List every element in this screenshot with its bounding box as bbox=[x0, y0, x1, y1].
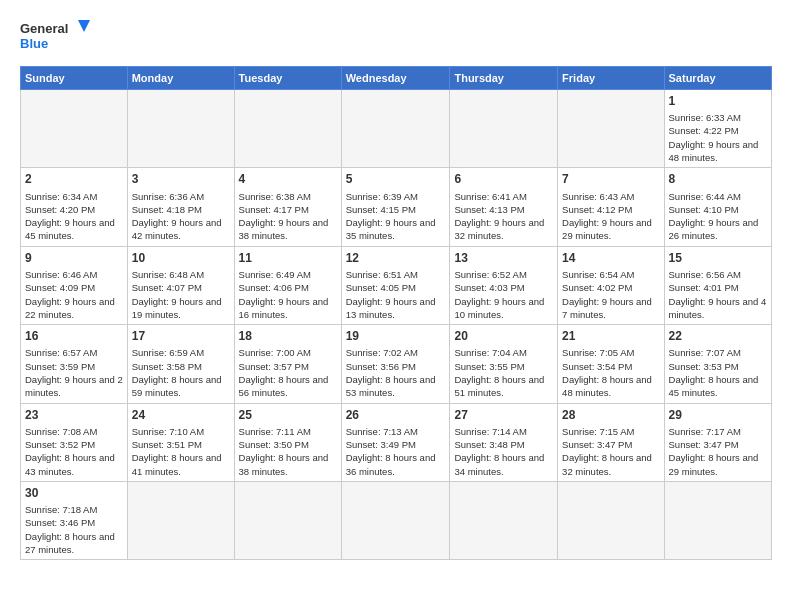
calendar-cell bbox=[341, 481, 450, 559]
calendar-cell: 4Sunrise: 6:38 AM Sunset: 4:17 PM Daylig… bbox=[234, 168, 341, 246]
calendar-cell: 13Sunrise: 6:52 AM Sunset: 4:03 PM Dayli… bbox=[450, 246, 558, 324]
day-number: 7 bbox=[562, 171, 659, 187]
svg-text:General: General bbox=[20, 21, 68, 36]
day-info: Sunrise: 7:08 AM Sunset: 3:52 PM Dayligh… bbox=[25, 425, 123, 478]
calendar-cell bbox=[450, 90, 558, 168]
calendar-cell: 15Sunrise: 6:56 AM Sunset: 4:01 PM Dayli… bbox=[664, 246, 771, 324]
weekday-header-friday: Friday bbox=[558, 67, 664, 90]
calendar-cell bbox=[341, 90, 450, 168]
day-number: 24 bbox=[132, 407, 230, 423]
day-number: 22 bbox=[669, 328, 767, 344]
day-number: 18 bbox=[239, 328, 337, 344]
weekday-row: SundayMondayTuesdayWednesdayThursdayFrid… bbox=[21, 67, 772, 90]
calendar-cell: 3Sunrise: 6:36 AM Sunset: 4:18 PM Daylig… bbox=[127, 168, 234, 246]
day-info: Sunrise: 6:54 AM Sunset: 4:02 PM Dayligh… bbox=[562, 268, 659, 321]
weekday-header-monday: Monday bbox=[127, 67, 234, 90]
day-number: 20 bbox=[454, 328, 553, 344]
calendar-cell: 1Sunrise: 6:33 AM Sunset: 4:22 PM Daylig… bbox=[664, 90, 771, 168]
day-info: Sunrise: 6:57 AM Sunset: 3:59 PM Dayligh… bbox=[25, 346, 123, 399]
calendar-cell: 23Sunrise: 7:08 AM Sunset: 3:52 PM Dayli… bbox=[21, 403, 128, 481]
day-number: 29 bbox=[669, 407, 767, 423]
calendar-cell bbox=[558, 90, 664, 168]
svg-marker-2 bbox=[78, 20, 90, 32]
day-number: 17 bbox=[132, 328, 230, 344]
calendar-cell: 16Sunrise: 6:57 AM Sunset: 3:59 PM Dayli… bbox=[21, 325, 128, 403]
calendar-cell: 18Sunrise: 7:00 AM Sunset: 3:57 PM Dayli… bbox=[234, 325, 341, 403]
day-number: 12 bbox=[346, 250, 446, 266]
day-number: 6 bbox=[454, 171, 553, 187]
day-number: 15 bbox=[669, 250, 767, 266]
day-number: 25 bbox=[239, 407, 337, 423]
calendar-cell: 17Sunrise: 6:59 AM Sunset: 3:58 PM Dayli… bbox=[127, 325, 234, 403]
calendar-cell: 27Sunrise: 7:14 AM Sunset: 3:48 PM Dayli… bbox=[450, 403, 558, 481]
day-info: Sunrise: 6:43 AM Sunset: 4:12 PM Dayligh… bbox=[562, 190, 659, 243]
day-info: Sunrise: 6:56 AM Sunset: 4:01 PM Dayligh… bbox=[669, 268, 767, 321]
day-info: Sunrise: 7:14 AM Sunset: 3:48 PM Dayligh… bbox=[454, 425, 553, 478]
day-info: Sunrise: 7:07 AM Sunset: 3:53 PM Dayligh… bbox=[669, 346, 767, 399]
calendar-cell: 28Sunrise: 7:15 AM Sunset: 3:47 PM Dayli… bbox=[558, 403, 664, 481]
day-number: 2 bbox=[25, 171, 123, 187]
day-number: 9 bbox=[25, 250, 123, 266]
day-info: Sunrise: 7:11 AM Sunset: 3:50 PM Dayligh… bbox=[239, 425, 337, 478]
day-number: 13 bbox=[454, 250, 553, 266]
calendar-cell: 29Sunrise: 7:17 AM Sunset: 3:47 PM Dayli… bbox=[664, 403, 771, 481]
day-info: Sunrise: 7:02 AM Sunset: 3:56 PM Dayligh… bbox=[346, 346, 446, 399]
calendar-cell: 8Sunrise: 6:44 AM Sunset: 4:10 PM Daylig… bbox=[664, 168, 771, 246]
svg-text:Blue: Blue bbox=[20, 36, 48, 51]
day-info: Sunrise: 7:04 AM Sunset: 3:55 PM Dayligh… bbox=[454, 346, 553, 399]
weekday-header-thursday: Thursday bbox=[450, 67, 558, 90]
day-number: 14 bbox=[562, 250, 659, 266]
day-info: Sunrise: 7:18 AM Sunset: 3:46 PM Dayligh… bbox=[25, 503, 123, 556]
calendar-cell: 30Sunrise: 7:18 AM Sunset: 3:46 PM Dayli… bbox=[21, 481, 128, 559]
day-info: Sunrise: 7:00 AM Sunset: 3:57 PM Dayligh… bbox=[239, 346, 337, 399]
weekday-header-sunday: Sunday bbox=[21, 67, 128, 90]
day-info: Sunrise: 7:10 AM Sunset: 3:51 PM Dayligh… bbox=[132, 425, 230, 478]
calendar-cell: 20Sunrise: 7:04 AM Sunset: 3:55 PM Dayli… bbox=[450, 325, 558, 403]
weekday-header-saturday: Saturday bbox=[664, 67, 771, 90]
day-info: Sunrise: 6:39 AM Sunset: 4:15 PM Dayligh… bbox=[346, 190, 446, 243]
header: General Blue bbox=[20, 16, 772, 56]
calendar-cell: 9Sunrise: 6:46 AM Sunset: 4:09 PM Daylig… bbox=[21, 246, 128, 324]
calendar-cell: 24Sunrise: 7:10 AM Sunset: 3:51 PM Dayli… bbox=[127, 403, 234, 481]
calendar-header: SundayMondayTuesdayWednesdayThursdayFrid… bbox=[21, 67, 772, 90]
calendar-cell: 2Sunrise: 6:34 AM Sunset: 4:20 PM Daylig… bbox=[21, 168, 128, 246]
logo-svg: General Blue bbox=[20, 16, 90, 56]
day-number: 28 bbox=[562, 407, 659, 423]
day-info: Sunrise: 7:05 AM Sunset: 3:54 PM Dayligh… bbox=[562, 346, 659, 399]
calendar-cell bbox=[450, 481, 558, 559]
calendar-cell: 21Sunrise: 7:05 AM Sunset: 3:54 PM Dayli… bbox=[558, 325, 664, 403]
logo: General Blue bbox=[20, 16, 90, 56]
calendar-cell: 26Sunrise: 7:13 AM Sunset: 3:49 PM Dayli… bbox=[341, 403, 450, 481]
day-info: Sunrise: 6:34 AM Sunset: 4:20 PM Dayligh… bbox=[25, 190, 123, 243]
day-info: Sunrise: 7:13 AM Sunset: 3:49 PM Dayligh… bbox=[346, 425, 446, 478]
calendar-cell: 22Sunrise: 7:07 AM Sunset: 3:53 PM Dayli… bbox=[664, 325, 771, 403]
weekday-header-wednesday: Wednesday bbox=[341, 67, 450, 90]
day-number: 3 bbox=[132, 171, 230, 187]
calendar-cell bbox=[127, 90, 234, 168]
day-number: 8 bbox=[669, 171, 767, 187]
day-number: 10 bbox=[132, 250, 230, 266]
week-row-1: 1Sunrise: 6:33 AM Sunset: 4:22 PM Daylig… bbox=[21, 90, 772, 168]
weekday-header-tuesday: Tuesday bbox=[234, 67, 341, 90]
calendar-cell bbox=[234, 90, 341, 168]
calendar-cell bbox=[21, 90, 128, 168]
calendar-cell: 6Sunrise: 6:41 AM Sunset: 4:13 PM Daylig… bbox=[450, 168, 558, 246]
day-number: 1 bbox=[669, 93, 767, 109]
calendar-cell bbox=[558, 481, 664, 559]
calendar-cell: 12Sunrise: 6:51 AM Sunset: 4:05 PM Dayli… bbox=[341, 246, 450, 324]
calendar-cell bbox=[664, 481, 771, 559]
day-number: 30 bbox=[25, 485, 123, 501]
day-info: Sunrise: 6:59 AM Sunset: 3:58 PM Dayligh… bbox=[132, 346, 230, 399]
calendar-cell bbox=[234, 481, 341, 559]
day-number: 21 bbox=[562, 328, 659, 344]
day-number: 27 bbox=[454, 407, 553, 423]
week-row-6: 30Sunrise: 7:18 AM Sunset: 3:46 PM Dayli… bbox=[21, 481, 772, 559]
page: General Blue SundayMondayTuesdayWednesda… bbox=[0, 0, 792, 570]
day-info: Sunrise: 6:46 AM Sunset: 4:09 PM Dayligh… bbox=[25, 268, 123, 321]
week-row-2: 2Sunrise: 6:34 AM Sunset: 4:20 PM Daylig… bbox=[21, 168, 772, 246]
day-info: Sunrise: 6:36 AM Sunset: 4:18 PM Dayligh… bbox=[132, 190, 230, 243]
week-row-5: 23Sunrise: 7:08 AM Sunset: 3:52 PM Dayli… bbox=[21, 403, 772, 481]
calendar-cell: 7Sunrise: 6:43 AM Sunset: 4:12 PM Daylig… bbox=[558, 168, 664, 246]
calendar-body: 1Sunrise: 6:33 AM Sunset: 4:22 PM Daylig… bbox=[21, 90, 772, 560]
calendar-cell bbox=[127, 481, 234, 559]
